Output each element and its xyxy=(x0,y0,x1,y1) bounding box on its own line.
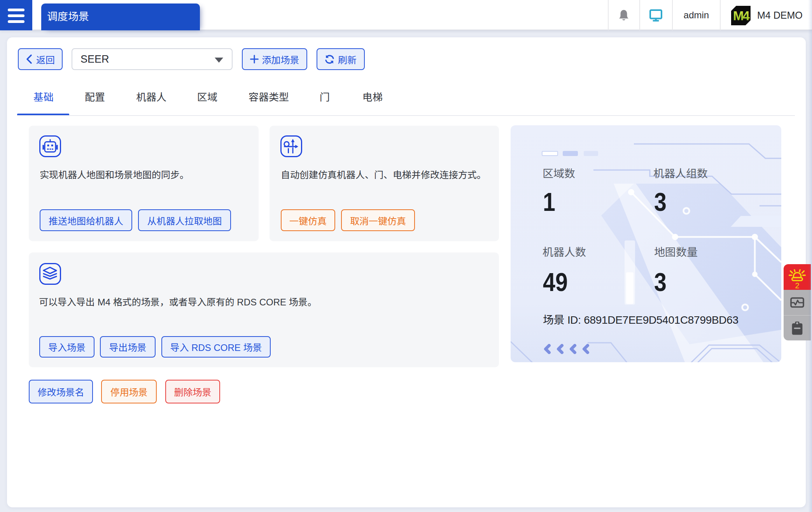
svg-text:M4: M4 xyxy=(733,9,750,23)
